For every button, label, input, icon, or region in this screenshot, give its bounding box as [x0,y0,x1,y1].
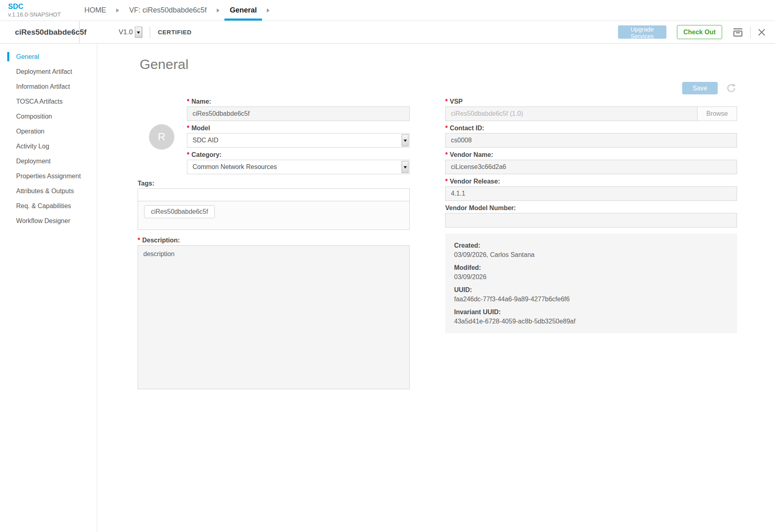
meta-label: Modifed: [454,263,728,272]
meta-label: Invariant UUID: [454,307,728,317]
sidebar-item-attributes-outputs[interactable]: Attributes & Outputs [0,184,97,198]
name-input[interactable] [187,106,410,121]
archive-icon[interactable] [732,26,744,38]
tags-chip-area: ciRes50dbabde6c5f [138,201,409,229]
category-select-value: Common Network Resources [193,163,277,171]
meta-value: 03/09/2026 [454,272,728,282]
meta-invariant-uuid: Invariant UUID: 43a5d41e-6728-4059-ac8b-… [454,307,728,326]
required-marker: * [445,178,448,185]
browse-button[interactable]: Browse [697,106,737,121]
vsp-label: *VSP [445,98,737,106]
close-icon[interactable] [757,28,766,37]
sidebar-item-label: Req. & Capabilities [16,202,71,210]
form-left-column: R *Name: *Model SDC AID *Category: [138,98,410,389]
tab-general[interactable]: General [224,0,262,21]
sidebar-item-workflow-designer[interactable]: Workflow Designer [0,213,97,228]
sidebar-item-label: General [16,53,39,61]
sidebar-item-general[interactable]: General [0,49,97,64]
breadcrumb-vf[interactable]: VF: ciRes50dbabde6c5f [124,0,212,21]
breadcrumb-home[interactable]: HOME [79,0,111,21]
entity-title: ciRes50dbabde6c5f [0,28,86,37]
tags-input[interactable] [138,189,409,201]
tags-field-group: Tags: ciRes50dbabde6c5f [138,179,410,230]
required-marker: * [445,151,448,158]
meta-uuid: UUID: faa246dc-77f3-44a6-9a89-4277b6cfe6… [454,285,728,304]
page-title: General [140,56,737,72]
meta-modified: Modifed: 03/09/2026 [454,263,728,282]
sidebar-item-composition[interactable]: Composition [0,109,97,124]
sidebar-item-deployment[interactable]: Deployment [0,154,97,169]
sidebar-item-label: Deployment Artifact [16,68,72,75]
redo-icon[interactable] [726,83,737,94]
sidebar-item-label: Composition [16,113,52,120]
required-marker: * [138,237,140,244]
tag-chip[interactable]: ciRes50dbabde6c5f [144,205,215,218]
name-field-group: *Name: [187,98,410,121]
brand-version: v.1.16.0-SNAPSHOT [8,11,61,18]
description-textarea[interactable]: description [138,245,410,389]
name-label: *Name: [187,98,410,106]
tags-container: ciRes50dbabde6c5f [138,188,410,230]
chevron-right-icon [217,8,220,13]
sidebar-item-deployment-artifact[interactable]: Deployment Artifact [0,64,97,79]
sdc-logo[interactable]: SDC v.1.16.0-SNAPSHOT [8,3,61,18]
sidebar-item-tosca-artifacts[interactable]: TOSCA Artifacts [0,94,97,109]
category-label: *Category: [187,151,410,159]
check-out-button[interactable]: Check Out [677,25,722,39]
vendor-release-input[interactable] [445,186,737,201]
required-marker: * [187,151,189,158]
model-select-value: SDC AID [193,137,218,144]
upgrade-services-button[interactable]: Upgrade Services [618,25,666,39]
meta-value: 03/09/2026, Carlos Santana [454,250,728,259]
vsp-field-group: *VSP Browse [445,98,737,121]
sdc-app: SDC v.1.16.0-SNAPSHOT HOME VF: ciRes50db… [0,0,775,532]
chevron-right-icon [116,8,119,13]
meta-created: Created: 03/09/2026, Carlos Santana [454,241,728,259]
avatar-letter: R [158,131,165,143]
vsp-input[interactable] [445,106,697,121]
meta-label: Created: [454,241,728,250]
active-indicator [7,52,9,61]
save-button[interactable]: Save [682,82,718,94]
meta-value: 43a5d41e-6728-4059-ac8b-5db3250e89af [454,317,728,326]
sidebar-item-label: Properties Assignment [16,173,81,180]
sidebar-item-operation[interactable]: Operation [0,124,97,139]
divider [750,26,751,38]
brand-name: SDC [8,3,61,10]
top-header: SDC v.1.16.0-SNAPSHOT HOME VF: ciRes50db… [0,0,775,21]
meta-value: faa246dc-77f3-44a6-9a89-4277b6cfe6f6 [454,294,728,304]
meta-label: UUID: [454,285,728,294]
sidebar-item-req-capabilities[interactable]: Req. & Capabilities [0,198,97,213]
sidebar-item-activity-log[interactable]: Activity Log [0,139,97,154]
vendor-name-field-group: *Vendor Name: [445,151,737,174]
required-marker: * [187,98,189,105]
model-select[interactable]: SDC AID [187,133,410,148]
contact-id-input[interactable] [445,133,737,148]
general-form: R *Name: *Model SDC AID *Category: [138,98,737,389]
vendor-model-number-input[interactable] [445,213,737,227]
category-select[interactable]: Common Network Resources [187,160,410,174]
version-label: V1.0 [119,28,133,36]
avatar: R [149,124,174,150]
tab-general-label: General [230,6,257,15]
version-select[interactable]: V1.0 [119,27,142,38]
required-marker: * [445,125,448,131]
sidebar-item-information-artifact[interactable]: Information Artifact [0,79,97,94]
vendor-release-label: *Vendor Release: [445,177,737,186]
sidebar-item-label: Attributes & Outputs [16,188,74,195]
entity-header: ciRes50dbabde6c5f [0,21,80,43]
vendor-name-label: *Vendor Name: [445,151,737,159]
active-tab-underline [224,19,262,21]
sidebar-item-label: Workflow Designer [16,217,70,225]
dropdown-arrow-icon [402,161,408,173]
sidebar-item-properties-assignment[interactable]: Properties Assignment [0,169,97,184]
required-marker: * [445,98,448,105]
entity-toolbar: ciRes50dbabde6c5f V1.0 CERTIFIED Upgrade… [0,21,775,44]
contact-id-label: *Contact ID: [445,124,737,132]
vendor-name-input[interactable] [445,160,737,174]
vendor-release-field-group: *Vendor Release: [445,177,737,201]
vendor-model-number-label: Vendor Model Number: [445,204,737,212]
main-content: General Save R *Name: [98,44,775,532]
sidebar-item-label: Operation [16,128,44,135]
divider [150,26,150,38]
